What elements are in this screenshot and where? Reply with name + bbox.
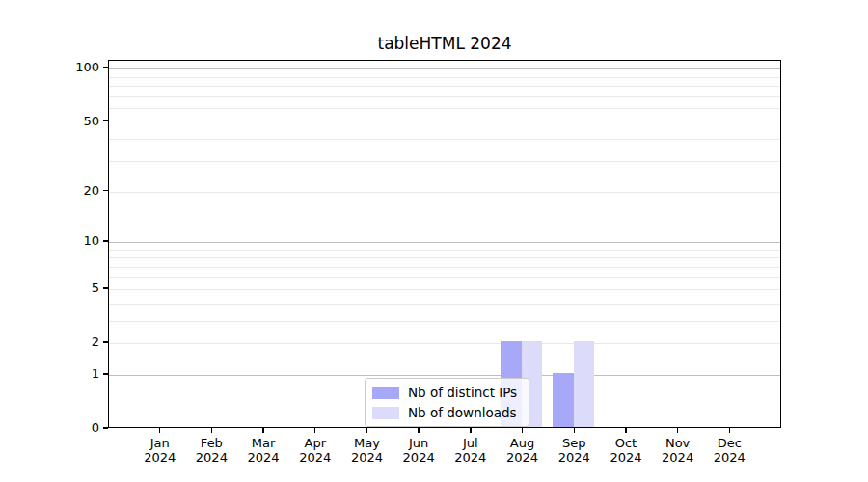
x-tick-Jul — [470, 428, 471, 433]
x-tick-label-year: 2024 — [649, 450, 707, 465]
x-tick-Nov — [677, 428, 678, 433]
gridline-8 — [109, 257, 780, 258]
x-tick-label-year: 2024 — [494, 450, 552, 465]
x-tick-label-Jan: Jan2024 — [131, 436, 189, 465]
gridline-2 — [109, 343, 780, 344]
y-tick-label-0: 0 — [55, 421, 99, 435]
chart-title: tableHTML 2024 — [108, 34, 781, 53]
y-tick-2 — [103, 341, 108, 342]
y-tick-label-20: 20 — [55, 184, 99, 198]
gridline-100 — [109, 68, 780, 69]
y-tick-label-50: 50 — [55, 115, 99, 128]
x-tick-label-year: 2024 — [597, 450, 655, 465]
legend-row-distinct-ips: Nb of distinct IPs — [372, 385, 517, 400]
x-tick-label-Sep: Sep2024 — [545, 436, 603, 465]
x-tick-label-Aug: Aug2024 — [494, 436, 552, 465]
x-tick-label-year: 2024 — [442, 450, 500, 465]
x-tick-Apr — [314, 428, 315, 433]
gridline-3 — [109, 321, 780, 322]
y-tick-label-100: 100 — [55, 61, 99, 74]
gridline-20 — [109, 192, 780, 193]
legend-row-downloads: Nb of downloads — [372, 405, 517, 420]
legend: Nb of distinct IPs Nb of downloads — [365, 378, 529, 427]
x-tick-label-May: May2024 — [338, 436, 395, 465]
y-tick-label-10: 10 — [55, 234, 99, 248]
x-tick-Dec — [729, 428, 730, 433]
y-tick-label-5: 5 — [55, 281, 99, 295]
x-tick-label-year: 2024 — [286, 450, 344, 465]
figure: tableHTML 2024 Nb of distinct IPs Nb of … — [0, 0, 868, 482]
legend-swatch-distinct-ips — [372, 387, 399, 399]
gridline-4 — [109, 304, 780, 305]
y-tick-10 — [103, 240, 108, 241]
x-tick-label-year: 2024 — [390, 450, 448, 465]
legend-label-distinct-ips: Nb of distinct IPs — [408, 385, 517, 400]
gridline-9 — [109, 250, 780, 251]
y-tick-label-1: 1 — [55, 367, 99, 381]
x-tick-label-year: 2024 — [131, 450, 189, 465]
x-tick-label-Apr: Apr2024 — [286, 436, 344, 465]
gridline-90 — [109, 77, 780, 78]
y-tick-5 — [103, 287, 108, 288]
x-tick-Aug — [522, 428, 523, 433]
x-tick-label-Nov: Nov2024 — [649, 436, 707, 465]
x-tick-label-year: 2024 — [700, 450, 758, 465]
gridline-60 — [109, 108, 780, 109]
x-tick-Mar — [262, 428, 263, 433]
y-tick-50 — [103, 120, 108, 121]
y-tick-20 — [103, 190, 108, 191]
x-tick-Jun — [418, 428, 419, 433]
gridline-70 — [109, 96, 780, 97]
gridline-40 — [109, 139, 780, 140]
x-tick-Sep — [574, 428, 575, 433]
x-tick-Feb — [211, 428, 212, 433]
bar-downloads-Sep — [574, 341, 595, 427]
x-tick-label-Jun: Jun2024 — [390, 436, 448, 465]
x-tick-label-Feb: Feb2024 — [182, 436, 240, 465]
x-tick-label-Dec: Dec2024 — [700, 436, 758, 465]
x-tick-label-Oct: Oct2024 — [597, 436, 655, 465]
x-tick-label-year: 2024 — [338, 450, 395, 465]
bar-distinct-ips-Sep — [553, 373, 574, 427]
gridline-1 — [109, 375, 780, 376]
x-tick-label-Mar: Mar2024 — [234, 436, 292, 465]
gridline-80 — [109, 86, 780, 87]
x-tick-Oct — [625, 428, 626, 433]
gridline-6 — [109, 277, 780, 278]
x-tick-label-year: 2024 — [234, 450, 292, 465]
y-tick-1 — [103, 373, 108, 374]
y-tick-100 — [103, 67, 108, 68]
x-tick-label-Jul: Jul2024 — [442, 436, 500, 465]
gridline-30 — [109, 161, 780, 162]
x-tick-May — [366, 428, 367, 433]
x-tick-Jan — [159, 428, 160, 433]
gridline-10 — [109, 242, 780, 243]
x-tick-label-year: 2024 — [182, 450, 240, 465]
gridline-7 — [109, 267, 780, 268]
y-tick-label-2: 2 — [55, 335, 99, 349]
plot-area: Nb of distinct IPs Nb of downloads — [108, 60, 781, 428]
y-tick-0 — [103, 427, 108, 428]
gridline-5 — [109, 289, 780, 290]
x-tick-label-year: 2024 — [545, 450, 603, 465]
legend-label-downloads: Nb of downloads — [408, 405, 517, 420]
legend-swatch-downloads — [372, 407, 399, 419]
